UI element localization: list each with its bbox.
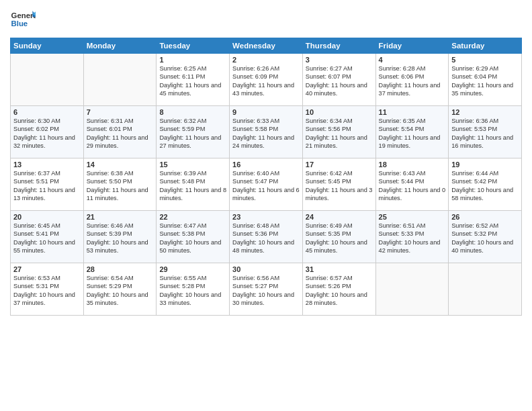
- day-info: Sunrise: 6:29 AM Sunset: 6:04 PM Dayligh…: [451, 64, 519, 98]
- weekday-header-wednesday: Wednesday: [230, 38, 303, 54]
- day-info: Sunrise: 6:37 AM Sunset: 5:51 PM Dayligh…: [13, 169, 81, 203]
- day-number: 4: [379, 56, 446, 64]
- day-info: Sunrise: 6:35 AM Sunset: 5:54 PM Dayligh…: [379, 117, 446, 150]
- svg-text:Blue: Blue: [11, 19, 28, 28]
- day-number: 26: [451, 213, 519, 221]
- calendar-cell: 20Sunrise: 6:45 AM Sunset: 5:41 PM Dayli…: [11, 211, 84, 263]
- day-info: Sunrise: 6:52 AM Sunset: 5:32 PM Dayligh…: [451, 222, 519, 255]
- day-info: Sunrise: 6:45 AM Sunset: 5:41 PM Dayligh…: [13, 222, 81, 255]
- day-number: 8: [159, 108, 226, 116]
- day-info: Sunrise: 6:26 AM Sunset: 6:09 PM Dayligh…: [232, 64, 300, 98]
- calendar-cell: 5Sunrise: 6:29 AM Sunset: 6:04 PM Daylig…: [449, 54, 522, 106]
- calendar-cell: 15Sunrise: 6:39 AM Sunset: 5:48 PM Dayli…: [157, 158, 230, 211]
- day-number: 29: [159, 265, 226, 273]
- day-info: Sunrise: 6:25 AM Sunset: 6:11 PM Dayligh…: [159, 64, 226, 98]
- day-info: Sunrise: 6:54 AM Sunset: 5:29 PM Dayligh…: [87, 274, 154, 308]
- day-number: 10: [306, 108, 373, 116]
- calendar-cell: 30Sunrise: 6:56 AM Sunset: 5:27 PM Dayli…: [230, 263, 303, 316]
- calendar-cell: 18Sunrise: 6:43 AM Sunset: 5:44 PM Dayli…: [375, 158, 449, 211]
- weekday-header-saturday: Saturday: [449, 38, 522, 54]
- calendar-cell: 14Sunrise: 6:38 AM Sunset: 5:50 PM Dayli…: [83, 158, 157, 211]
- day-number: 20: [13, 213, 81, 221]
- logo-icon: General Blue: [10, 7, 36, 32]
- calendar-cell: 11Sunrise: 6:35 AM Sunset: 5:54 PM Dayli…: [375, 106, 449, 158]
- day-number: 27: [13, 265, 81, 273]
- day-info: Sunrise: 6:56 AM Sunset: 5:27 PM Dayligh…: [232, 274, 300, 308]
- calendar-cell: 2Sunrise: 6:26 AM Sunset: 6:09 PM Daylig…: [230, 54, 303, 106]
- day-info: Sunrise: 6:44 AM Sunset: 5:42 PM Dayligh…: [451, 169, 519, 203]
- day-number: 11: [379, 108, 446, 116]
- day-info: Sunrise: 6:51 AM Sunset: 5:33 PM Dayligh…: [379, 222, 446, 255]
- calendar-cell: 6Sunrise: 6:30 AM Sunset: 6:02 PM Daylig…: [11, 106, 84, 158]
- day-info: Sunrise: 6:33 AM Sunset: 5:58 PM Dayligh…: [232, 117, 300, 150]
- calendar-cell: 4Sunrise: 6:28 AM Sunset: 6:06 PM Daylig…: [375, 54, 449, 106]
- calendar-cell: [83, 54, 157, 106]
- calendar-cell: 27Sunrise: 6:53 AM Sunset: 5:31 PM Dayli…: [11, 263, 84, 316]
- calendar-cell: 17Sunrise: 6:42 AM Sunset: 5:45 PM Dayli…: [302, 158, 375, 211]
- calendar-cell: [375, 263, 449, 316]
- calendar-cell: 8Sunrise: 6:32 AM Sunset: 5:59 PM Daylig…: [157, 106, 230, 158]
- weekday-header-friday: Friday: [375, 38, 449, 54]
- day-info: Sunrise: 6:48 AM Sunset: 5:36 PM Dayligh…: [232, 222, 300, 255]
- header: General Blue: [10, 7, 522, 32]
- calendar-cell: 31Sunrise: 6:57 AM Sunset: 5:26 PM Dayli…: [302, 263, 375, 316]
- day-number: 17: [306, 161, 373, 169]
- day-number: 9: [232, 108, 300, 116]
- day-number: 30: [232, 265, 300, 273]
- day-number: 31: [306, 265, 373, 273]
- day-number: 7: [87, 108, 154, 116]
- day-number: 21: [87, 213, 154, 221]
- day-info: Sunrise: 6:31 AM Sunset: 6:01 PM Dayligh…: [87, 117, 154, 150]
- weekday-header-monday: Monday: [83, 38, 157, 54]
- calendar-cell: 12Sunrise: 6:36 AM Sunset: 5:53 PM Dayli…: [449, 106, 522, 158]
- day-number: 15: [159, 161, 226, 169]
- weekday-header-sunday: Sunday: [11, 38, 84, 54]
- calendar-table: SundayMondayTuesdayWednesdayThursdayFrid…: [10, 38, 522, 316]
- day-info: Sunrise: 6:32 AM Sunset: 5:59 PM Dayligh…: [159, 117, 226, 150]
- day-info: Sunrise: 6:49 AM Sunset: 5:35 PM Dayligh…: [306, 222, 373, 255]
- calendar-cell: 28Sunrise: 6:54 AM Sunset: 5:29 PM Dayli…: [83, 263, 157, 316]
- calendar-cell: 16Sunrise: 6:40 AM Sunset: 5:47 PM Dayli…: [230, 158, 303, 211]
- day-info: Sunrise: 6:43 AM Sunset: 5:44 PM Dayligh…: [379, 169, 446, 203]
- day-info: Sunrise: 6:46 AM Sunset: 5:39 PM Dayligh…: [87, 222, 154, 255]
- calendar-cell: 29Sunrise: 6:55 AM Sunset: 5:28 PM Dayli…: [157, 263, 230, 316]
- day-number: 2: [232, 56, 300, 64]
- day-info: Sunrise: 6:28 AM Sunset: 6:06 PM Dayligh…: [379, 64, 446, 98]
- day-number: 16: [232, 161, 300, 169]
- calendar-cell: 23Sunrise: 6:48 AM Sunset: 5:36 PM Dayli…: [230, 211, 303, 263]
- day-info: Sunrise: 6:55 AM Sunset: 5:28 PM Dayligh…: [159, 274, 226, 308]
- day-number: 14: [87, 161, 154, 169]
- day-info: Sunrise: 6:39 AM Sunset: 5:48 PM Dayligh…: [159, 169, 226, 203]
- calendar-cell: 25Sunrise: 6:51 AM Sunset: 5:33 PM Dayli…: [375, 211, 449, 263]
- day-number: 23: [232, 213, 300, 221]
- day-info: Sunrise: 6:47 AM Sunset: 5:38 PM Dayligh…: [159, 222, 226, 255]
- calendar-cell: 22Sunrise: 6:47 AM Sunset: 5:38 PM Dayli…: [157, 211, 230, 263]
- day-number: 18: [379, 161, 446, 169]
- day-info: Sunrise: 6:42 AM Sunset: 5:45 PM Dayligh…: [306, 169, 373, 203]
- day-number: 19: [451, 161, 519, 169]
- svg-text:General: General: [11, 11, 36, 19]
- calendar-cell: 1Sunrise: 6:25 AM Sunset: 6:11 PM Daylig…: [157, 54, 230, 106]
- day-number: 3: [306, 56, 373, 64]
- day-info: Sunrise: 6:27 AM Sunset: 6:07 PM Dayligh…: [306, 64, 373, 98]
- calendar-cell: [11, 54, 84, 106]
- page: General Blue SundayMondayTuesdayWednesda…: [0, 0, 532, 411]
- day-number: 5: [451, 56, 519, 64]
- calendar-cell: 9Sunrise: 6:33 AM Sunset: 5:58 PM Daylig…: [230, 106, 303, 158]
- day-info: Sunrise: 6:40 AM Sunset: 5:47 PM Dayligh…: [232, 169, 300, 203]
- logo: General Blue: [10, 7, 36, 32]
- day-info: Sunrise: 6:38 AM Sunset: 5:50 PM Dayligh…: [87, 169, 154, 203]
- weekday-header-tuesday: Tuesday: [157, 38, 230, 54]
- day-number: 1: [159, 56, 226, 64]
- day-info: Sunrise: 6:30 AM Sunset: 6:02 PM Dayligh…: [13, 117, 81, 150]
- day-info: Sunrise: 6:34 AM Sunset: 5:56 PM Dayligh…: [306, 117, 373, 150]
- day-info: Sunrise: 6:57 AM Sunset: 5:26 PM Dayligh…: [306, 274, 373, 308]
- calendar-cell: 26Sunrise: 6:52 AM Sunset: 5:32 PM Dayli…: [449, 211, 522, 263]
- day-info: Sunrise: 6:36 AM Sunset: 5:53 PM Dayligh…: [451, 117, 519, 150]
- day-number: 25: [379, 213, 446, 221]
- calendar-cell: 7Sunrise: 6:31 AM Sunset: 6:01 PM Daylig…: [83, 106, 157, 158]
- calendar-cell: 10Sunrise: 6:34 AM Sunset: 5:56 PM Dayli…: [302, 106, 375, 158]
- calendar-cell: [449, 263, 522, 316]
- calendar-cell: 19Sunrise: 6:44 AM Sunset: 5:42 PM Dayli…: [449, 158, 522, 211]
- calendar-cell: 13Sunrise: 6:37 AM Sunset: 5:51 PM Dayli…: [11, 158, 84, 211]
